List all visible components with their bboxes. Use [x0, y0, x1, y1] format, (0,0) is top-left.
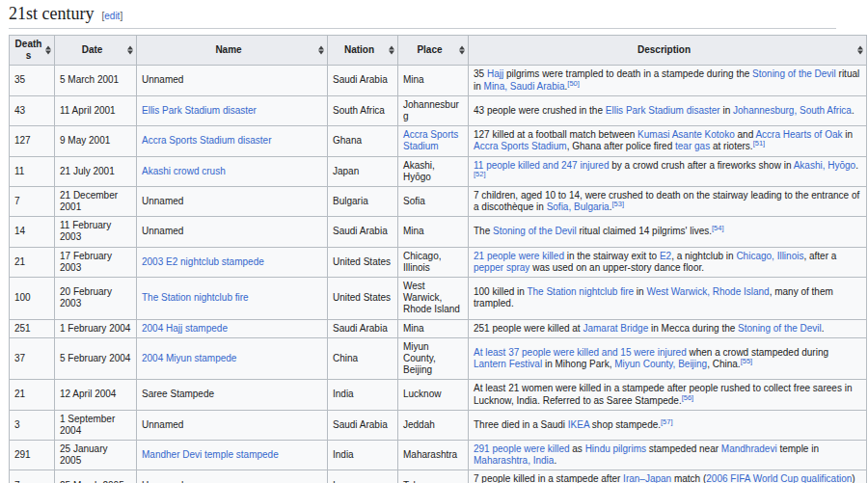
nation-cell: Iran: [328, 470, 398, 483]
reference-link[interactable]: [57]: [661, 416, 673, 425]
wiki-link[interactable]: Lantern Festival: [474, 359, 542, 369]
wiki-link[interactable]: 291 people were killed: [474, 443, 570, 454]
reference-link[interactable]: [54]: [712, 224, 724, 232]
date-cell: 11 February 2003: [55, 217, 137, 247]
date-cell: 9 May 2001: [55, 126, 137, 156]
reference-marker: [55]: [741, 357, 753, 365]
wiki-link[interactable]: 2006 FIFA World Cup qualification: [706, 473, 852, 483]
wiki-link[interactable]: Ellis Park Stadium disaster: [142, 105, 257, 116]
description-cell: Three died in a Saudi IKEA shop stampede…: [469, 410, 867, 440]
place-cell: Lucknow: [398, 380, 469, 410]
description-text: .: [852, 105, 854, 116]
wiki-link[interactable]: Sofia, Bulgaria: [547, 201, 610, 212]
wiki-link[interactable]: Accra Hearts of Oak: [755, 129, 842, 140]
wiki-link[interactable]: Accra Sports Stadium: [474, 141, 567, 151]
name-cell: Unnamed: [137, 186, 328, 216]
wiki-link[interactable]: IKEA: [568, 419, 589, 430]
column-header-place[interactable]: Place: [398, 36, 469, 66]
name-cell: Unnamed: [137, 66, 328, 95]
wiki-link[interactable]: The Station nightclub fire: [527, 286, 634, 297]
table-row: 721 December 2001UnnamedBulgariaSofia7 c…: [10, 186, 867, 216]
wiki-link[interactable]: Mina, Saudi Arabia: [484, 81, 565, 92]
wiki-link[interactable]: Jamarat Bridge: [583, 323, 648, 334]
wiki-link[interactable]: Chicago, Illinois: [736, 251, 803, 261]
wiki-link[interactable]: Accra Sports Stadium disaster: [142, 135, 272, 146]
reference-link[interactable]: [56]: [682, 392, 694, 401]
description-text: .: [822, 323, 825, 334]
nation-cell: Ghana: [328, 126, 398, 156]
wiki-link[interactable]: At least 37 people were killed and 15 we…: [474, 347, 687, 358]
wiki-link[interactable]: Maharashtra, India: [474, 455, 554, 466]
date-cell: 1 September 2004: [55, 410, 137, 440]
description-text: in Mihong Park,: [542, 359, 614, 369]
wiki-link[interactable]: 2004 Miyun stampede: [142, 353, 236, 363]
plain-text: Mina: [403, 323, 424, 334]
deaths-cell: 21: [10, 380, 55, 410]
place-cell: Miyun County, Beijing: [398, 337, 469, 380]
plain-text: Saree Stampede: [142, 389, 214, 399]
wiki-link[interactable]: The Station nightclub fire: [142, 292, 249, 303]
plain-text: Mina: [403, 226, 424, 236]
wiki-link[interactable]: Mandher Devi temple stampede: [142, 449, 279, 460]
column-header-deaths[interactable]: Deaths: [10, 36, 55, 66]
wiki-link[interactable]: Stoning of the Devil: [752, 68, 836, 79]
wiki-link[interactable]: Johannesburg, South Africa: [733, 105, 852, 116]
wiki-link[interactable]: 21 people were killed: [474, 251, 564, 261]
place-cell: Akashi, Hyōgo: [398, 156, 469, 186]
sort-icon: [45, 46, 51, 55]
plain-text: Unnamed: [142, 196, 183, 206]
reference-marker: [53]: [611, 200, 624, 208]
column-header-desc[interactable]: Description: [469, 36, 867, 66]
name-cell: The Station nightclub fire: [137, 278, 328, 320]
column-header-date[interactable]: Date: [55, 36, 137, 66]
wiki-link[interactable]: West Warwick, Rhode Island: [646, 286, 769, 297]
sort-icon: [389, 46, 394, 55]
wiki-link[interactable]: Kumasi Asante Kotoko: [637, 129, 735, 140]
reference-marker: [57]: [661, 416, 673, 425]
wiki-link[interactable]: Stoning of the Devil: [493, 226, 577, 236]
description-text: stampeded near: [646, 443, 721, 454]
wiki-link[interactable]: Accra Sports Stadium: [403, 129, 458, 151]
nation-cell: South Africa: [328, 95, 398, 125]
reference-link[interactable]: [53]: [611, 200, 624, 208]
plain-text: Miyun County, Beijing: [403, 341, 436, 375]
wiki-link[interactable]: Akashi, Hyōgo: [794, 160, 855, 171]
reference-link[interactable]: [50]: [567, 78, 580, 87]
wiki-link[interactable]: Akashi crowd crush: [142, 166, 226, 176]
description-cell: 251 people were killed at Jamarat Bridge…: [469, 319, 867, 337]
reference-link[interactable]: [55]: [741, 357, 753, 365]
reference-marker: [52]: [474, 169, 486, 177]
description-text: 127 killed at a football match between: [474, 129, 637, 140]
table-row: 4311 April 2001Ellis Park Stadium disast…: [10, 95, 867, 125]
table-row: 2117 February 20032003 E2 nightclub stam…: [10, 247, 867, 277]
name-cell: Akashi crowd crush: [137, 156, 328, 186]
description-cell: At least 37 people were killed and 15 we…: [469, 337, 867, 380]
date-cell: 12 April 2004: [55, 380, 137, 410]
wiki-link[interactable]: Hindu pilgrims: [585, 443, 646, 454]
wiki-link[interactable]: Ellis Park Stadium disaster: [606, 105, 720, 116]
wiki-link[interactable]: Miyun County, Beijing: [614, 359, 707, 369]
reference-link[interactable]: [52]: [474, 169, 486, 177]
description-text: , Ghana after police fired: [567, 141, 675, 151]
wiki-link[interactable]: 11 people killed and 247 injured: [474, 160, 609, 171]
edit-link[interactable]: edit: [104, 11, 120, 21]
column-header-nation[interactable]: Nation: [328, 36, 398, 66]
wiki-link[interactable]: Iran–Japan: [623, 473, 671, 483]
wiki-link[interactable]: 2004 Hajj stampede: [142, 323, 228, 334]
nation-cell: Japan: [328, 156, 398, 186]
name-cell: Unnamed: [137, 217, 328, 247]
description-text: when a crowd stampeded during: [687, 347, 828, 358]
date-cell: 25 January 2005: [55, 441, 137, 470]
reference-link[interactable]: [51]: [753, 139, 766, 148]
wiki-link[interactable]: Stoning of the Devil: [738, 323, 822, 334]
wiki-link[interactable]: Mandhradevi: [721, 443, 777, 454]
wiki-link[interactable]: 2003 E2 nightclub stampede: [142, 256, 264, 267]
date-cell: 20 February 2003: [55, 278, 137, 320]
wiki-link[interactable]: tear gas: [675, 141, 710, 151]
deaths-cell: 100: [10, 278, 55, 320]
wiki-link[interactable]: Hajj: [487, 68, 503, 79]
column-header-name[interactable]: Name: [137, 36, 328, 66]
wiki-link[interactable]: E2: [660, 251, 671, 261]
wiki-link[interactable]: pepper spray: [474, 262, 529, 273]
description-text: in: [634, 286, 646, 297]
